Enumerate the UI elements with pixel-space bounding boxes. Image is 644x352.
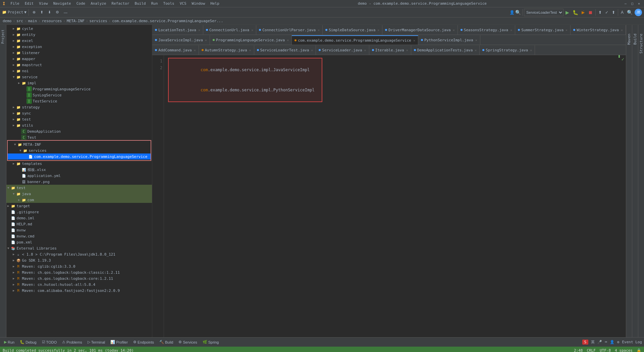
menu-build[interactable]: Build [133, 1, 148, 6]
breadcrumb-item-services[interactable]: services [90, 19, 107, 23]
menu-code[interactable]: Code [74, 1, 88, 6]
debug-button[interactable]: 🐛 [571, 9, 580, 16]
project-tool-btn[interactable]: Project [0, 28, 5, 46]
breadcrumb-item-file[interactable]: com.example.demo.service.ProgrammingLang… [112, 19, 223, 23]
tree-item-sync[interactable]: ▶ 📁 sync [6, 110, 152, 116]
breadcrumb-item-metainf[interactable]: META-INF [67, 19, 85, 23]
tree-item-gitignore[interactable]: 📄 .gitignore [6, 209, 152, 215]
endpoints-btn[interactable]: ⚙ Endpoints [131, 339, 156, 345]
tree-item-xlsx[interactable]: 📊 模板.xlsx [6, 167, 152, 173]
profiler-btn[interactable]: 📊 Profiler [108, 339, 130, 345]
encoding[interactable]: UTF-8 [600, 348, 611, 352]
tree-item-test-folder[interactable]: ▶ 📁 test [6, 116, 152, 122]
tree-item-com[interactable]: ▶ 📁 com [6, 197, 152, 203]
collapse-btn[interactable]: ⬆ [39, 9, 45, 15]
tab-autumnstrategy[interactable]: AutumnStrategy.java ✕ [199, 45, 254, 55]
tab-drivermanager[interactable]: DriverManagerDataSource.java ✕ [382, 25, 458, 35]
run-button[interactable]: ▶ [564, 9, 571, 16]
todo-btn[interactable]: ☑ TODO [40, 339, 59, 345]
close-button[interactable]: ✕ [637, 1, 641, 6]
structure-label[interactable]: Structure [638, 32, 644, 56]
tab-close-programminglangservice[interactable]: ✕ [287, 38, 289, 42]
avatar-btn[interactable]: JB [635, 9, 642, 16]
breadcrumb-item-src[interactable]: src [16, 19, 23, 23]
breadcrumb-item-resources[interactable]: resources [42, 19, 62, 23]
navigate-targets-btn[interactable]: ⊕ [31, 9, 37, 15]
tab-javaserviceimpl[interactable]: JavaServiceImpl.java ✕ [152, 35, 210, 45]
tab-simpledatasource[interactable]: SimpleDataSource.java ✕ [323, 25, 382, 35]
tab-close-svc-file[interactable]: ✕ [413, 39, 415, 42]
tab-close-locationtest[interactable]: ✕ [198, 28, 200, 32]
tree-item-fastjson2[interactable]: ▶ M Maven: com.alibaba.fastjson2:fastjso… [6, 288, 152, 294]
indent-setting[interactable]: 4 spaces [615, 348, 633, 352]
tree-item-ext-libs[interactable]: ▼ 📚 External Libraries [6, 245, 152, 251]
menu-view[interactable]: View [37, 1, 50, 6]
menu-file[interactable]: File [8, 1, 21, 6]
tree-item-syslog[interactable]: I SysLogService [6, 92, 152, 98]
tree-item-banner[interactable]: 🖼 banner.png [6, 179, 152, 185]
menu-vcs[interactable]: VCS [178, 1, 189, 6]
tab-close-iterable[interactable]: ✕ [406, 48, 408, 52]
tab-locationtest[interactable]: LocationTest.java ✕ [152, 25, 203, 35]
tree-item-mapper[interactable]: ▶ 📁 mapper [6, 56, 152, 62]
tree-item-cycle[interactable]: ▶ 📁 cycle [6, 26, 152, 32]
tree-item-utils[interactable]: ▶ 📁 utils [6, 122, 152, 128]
tab-close-seasonsstrategy[interactable]: ✕ [510, 28, 512, 32]
tab-connectionurl[interactable]: ConnectionUrl.java ✕ [203, 25, 256, 35]
expand-btn[interactable]: ⬇ [46, 9, 53, 15]
tab-close-springstrategy[interactable]: ✕ [530, 48, 532, 52]
menu-window[interactable]: Window [190, 1, 207, 6]
tab-close-summerstrategy[interactable]: ✕ [566, 28, 568, 32]
tab-pythonserviceimpl[interactable]: PythonServiceImpl.java ✕ [418, 35, 480, 45]
tree-item-target[interactable]: ▶ 📁 target [6, 203, 152, 209]
run-config-dropdown[interactable]: ServiceLoaderTest [524, 9, 564, 16]
minimize-button[interactable]: — [623, 1, 628, 6]
build-btn[interactable]: 🔨 Build [157, 339, 175, 345]
tab-close-simpledatasource[interactable]: ✕ [377, 28, 379, 32]
tab-close-addcommand[interactable]: ✕ [194, 48, 196, 52]
vcs-commit-btn[interactable]: ✓ [604, 9, 610, 15]
breadcrumb-item-main[interactable]: main [28, 19, 37, 23]
tab-connectionurlparser[interactable]: ConnectionUrlParser.java ✕ [256, 25, 323, 35]
editor-vscrollbar[interactable] [615, 55, 620, 337]
tab-iterable[interactable]: Iterable.java ✕ [369, 45, 411, 55]
tab-close-autumnstrategy[interactable]: ✕ [249, 48, 251, 52]
tree-item-service[interactable]: ▼ 📁 service [6, 74, 152, 80]
tab-serviceloadertest[interactable]: ServiceLoaderTest.java ✕ [254, 45, 316, 55]
tab-demoapplicationtests[interactable]: DemoApplicationTests.java ✕ [411, 45, 480, 55]
tab-addcommand[interactable]: AddCommand.java ✕ [152, 45, 199, 55]
tab-close-connectionurl[interactable]: ✕ [251, 28, 253, 32]
tree-item-testservice[interactable]: I TestService [6, 98, 152, 104]
tree-item-strategy[interactable]: ▶ 📁 strategy [6, 104, 152, 110]
tree-item-mapstruct[interactable]: ▶ 📁 mapstruct [6, 62, 152, 68]
tab-close-serviceloadertest[interactable]: ✕ [311, 48, 313, 52]
build-tool-label[interactable]: Build [632, 32, 638, 47]
tree-item-svc-file[interactable]: 📄 com.example.demo.service.ProgrammingLa… [8, 153, 151, 160]
tree-item-logback-classic[interactable]: ▶ M Maven: ch.qos.logback:logback-classi… [6, 269, 152, 275]
tab-close-pythonserviceimpl[interactable]: ✕ [475, 38, 477, 42]
tab-close-demoapplicationtests[interactable]: ✕ [475, 48, 477, 52]
tab-summerstrategy[interactable]: SummerStrategy.java ✕ [515, 25, 571, 35]
vcs-update-btn[interactable]: ⬆ [597, 9, 603, 15]
tree-item-templates[interactable]: ▶ 📁 templates [6, 161, 152, 167]
tree-item-programming-lang-svc[interactable]: I ProgrammingLanguageService [6, 86, 152, 92]
spring-btn[interactable]: 🌿 Spring [201, 339, 221, 345]
menu-help[interactable]: Help [208, 1, 221, 6]
tab-svc-file[interactable]: com.example.demo.service.ProgrammingLang… [292, 35, 418, 45]
menu-refactor[interactable]: Refactor [110, 1, 131, 6]
translate-btn[interactable]: A [620, 9, 625, 15]
breadcrumb-item-demo[interactable]: demo [3, 19, 12, 23]
tree-item-test-class[interactable]: C Test [6, 134, 152, 140]
tree-item-metainf[interactable]: ▼ 📁 META-INF [8, 141, 151, 147]
tab-programminglangservice[interactable]: ProgrammingLanguageService.java ✕ [210, 35, 292, 45]
maven-label[interactable]: Maven [626, 32, 632, 47]
tree-item-pomxml[interactable]: 📄 pom.xml [6, 239, 152, 245]
tree-item-hutool[interactable]: ▶ M Maven: cn.hutool:hutool-all:5.8.4 [6, 281, 152, 288]
tree-item-exception[interactable]: ▶ 📁 exception [6, 44, 152, 50]
debug-tool-btn[interactable]: 🐛 Debug [18, 339, 38, 345]
tree-item-helpmd[interactable]: 📄 HELP.md [6, 221, 152, 227]
tab-seasonsstrategy[interactable]: SeasonsStrategy.java ✕ [458, 25, 515, 35]
tree-item-impl[interactable]: ▶ 📁 impl [6, 80, 152, 86]
tree-item-logback-core[interactable]: ▶ M Maven: ch.qos.logback:logback-core:1… [6, 275, 152, 281]
tab-close-winterstrategy[interactable]: ✕ [621, 28, 623, 32]
